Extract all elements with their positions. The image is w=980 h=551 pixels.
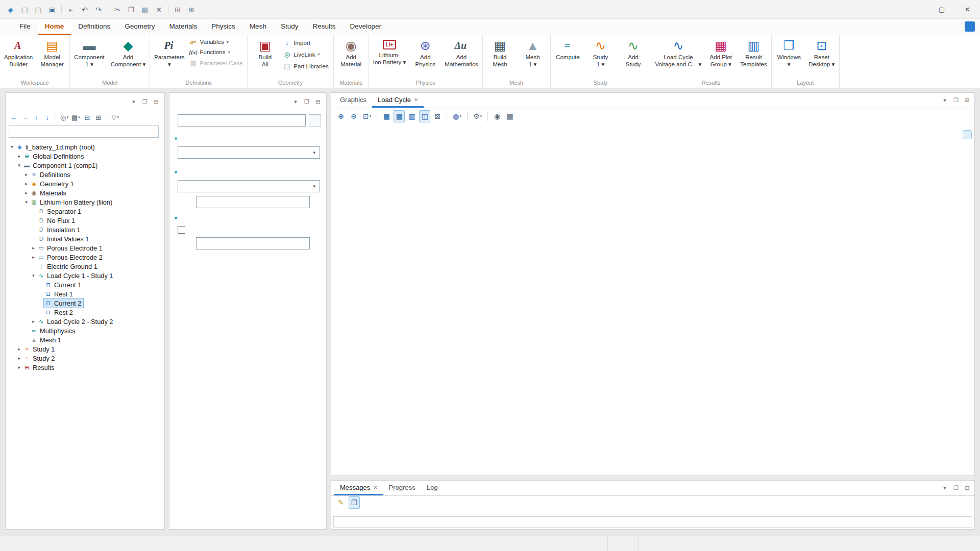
expand-arrow-icon[interactable]: ▸ — [23, 190, 30, 195]
undo-button[interactable]: ↶ — [78, 3, 91, 16]
collapse-arrow-icon[interactable]: ▾ — [9, 144, 15, 149]
tree-item-no-flux-1[interactable]: DNo Flux 1 — [6, 216, 164, 225]
transparency-button[interactable]: ◍▾ — [451, 110, 463, 122]
windows-button[interactable]: ❐Windows▾ — [773, 36, 805, 79]
tree-item-initial-values-1[interactable]: DInitial Values 1 — [6, 234, 164, 243]
graphics-tab-load-cycle[interactable]: Load Cycle✕ — [372, 93, 424, 108]
equation-section-header[interactable]: ▾ — [169, 132, 326, 143]
add-study-button[interactable]: ∿AddStudy — [618, 36, 649, 79]
add-physics-button[interactable]: ⊛AddPhysics — [409, 36, 441, 79]
move-up-button[interactable]: ↑ — [31, 112, 41, 123]
panel-menu-chevron-icon[interactable]: ▾ — [941, 484, 949, 492]
comsol-logo[interactable]: ◈ — [4, 3, 17, 16]
minimize-button[interactable]: – — [903, 0, 929, 19]
tree-settings-button[interactable]: ▤▾ — [70, 112, 81, 123]
table-options-button[interactable]: ⊞ — [171, 3, 184, 16]
menu-tab-mesh[interactable]: Mesh — [242, 19, 274, 35]
zoom-extents-button[interactable]: ⊡▾ — [361, 110, 373, 122]
tree-item-load-cycle-1-study-1[interactable]: ▾∿Load Cycle 1 - Study 1 — [6, 271, 164, 280]
show-axes-button[interactable]: ▥ — [406, 110, 418, 122]
close-tab-icon[interactable]: ✕ — [373, 485, 377, 490]
tree-item-global-definitions[interactable]: ▸⊕Global Definitions — [6, 152, 164, 161]
tree-item-porous-electrode-1[interactable]: ▸▭Porous Electrode 1 — [6, 243, 164, 253]
copy-log-button[interactable]: ❐ — [349, 496, 360, 509]
model-manager-button[interactable]: ▤ModelManager — [36, 36, 68, 79]
label-options-button[interactable] — [309, 114, 321, 127]
tree-item-current-2[interactable]: ⊓Current 2 — [6, 298, 164, 308]
result-templates-button[interactable]: ▥ResultTemplates — [738, 36, 769, 79]
equation-assumption-select[interactable]: ▾ — [178, 146, 320, 159]
tree-item-results[interactable]: ▸⊞Results — [6, 363, 164, 372]
zoom-out-button[interactable]: ⊖ — [348, 110, 359, 122]
tree-item-current-1[interactable]: ⊓Current 1 — [6, 280, 164, 289]
tree-item-insulation-1[interactable]: DInsulation 1 — [6, 225, 164, 234]
delete-button[interactable]: ✕ — [152, 3, 165, 16]
tree-item-multiphysics[interactable]: ∞Multiphysics — [6, 326, 164, 335]
tree-item-lithium-ion-battery-liion[interactable]: ▾▥Lithium-Ion Battery (liion) — [6, 197, 164, 207]
tree-item-electric-ground-1[interactable]: ⊥Electric Ground 1 — [6, 262, 164, 271]
expand-arrow-icon[interactable]: ▸ — [16, 356, 22, 361]
menu-tab-definitions[interactable]: Definitions — [71, 19, 117, 35]
panel-menu-chevron-icon[interactable]: ▾ — [130, 97, 138, 106]
add-material-button[interactable]: ◉AddMaterial — [335, 36, 367, 79]
filter-tree-button[interactable]: ▽▾ — [110, 112, 120, 123]
parameters-button[interactable]: PiParameters▾ — [152, 36, 187, 79]
component-1-button[interactable]: ▬Component1 ▾ — [71, 36, 107, 79]
messages-tab-log[interactable]: Log — [421, 481, 444, 495]
default-view-button[interactable]: ▦ — [381, 110, 392, 122]
elapsed-time-checkbox[interactable] — [178, 226, 185, 234]
livelink-button[interactable]: ◎LiveLink▾ — [282, 49, 331, 59]
zoom-in-button[interactable]: ⊕ — [335, 110, 347, 122]
open-file-button[interactable]: ▤ — [32, 3, 45, 16]
tree-item-component-1-comp1[interactable]: ▾▬Component 1 (comp1) — [6, 161, 164, 170]
lock-axes-button[interactable]: ⊠ — [432, 110, 443, 122]
show-hide-button[interactable]: ◎▾ — [59, 112, 69, 123]
tmax-input[interactable] — [196, 237, 310, 249]
panel-menu-chevron-icon[interactable]: ▾ — [291, 97, 300, 106]
iset-input[interactable] — [196, 196, 310, 208]
menu-tab-materials[interactable]: Materials — [162, 19, 205, 35]
functions-button[interactable]: f(x)Functions▾ — [188, 48, 246, 56]
forward-button[interactable]: → — [20, 112, 30, 123]
import-button[interactable]: ↓Import — [282, 38, 331, 47]
expand-arrow-icon[interactable]: ▸ — [16, 365, 22, 370]
load-cycle-voltage-button[interactable]: ∿Load CycleVoltage and C... ▾ — [653, 36, 704, 79]
menu-tab-results[interactable]: Results — [305, 19, 342, 35]
copy-button[interactable]: ❐ — [125, 3, 138, 16]
back-button[interactable]: ← — [9, 112, 19, 123]
menu-tab-home[interactable]: Home — [38, 19, 71, 35]
messages-tab-messages[interactable]: Messages✕ — [334, 481, 383, 495]
pin-panel-icon[interactable]: ⊟ — [963, 96, 971, 105]
collapse-arrow-icon[interactable]: ▾ — [30, 273, 37, 278]
tree-item-separator-1[interactable]: DSeparator 1 — [6, 207, 164, 216]
run-button[interactable]: ▸ — [64, 3, 78, 16]
expand-arrow-icon[interactable]: ▸ — [30, 319, 37, 324]
float-panel-icon[interactable]: ❐ — [952, 96, 960, 105]
expand-all-button[interactable]: ⊞ — [93, 112, 104, 123]
cut-button[interactable]: ✂ — [111, 3, 124, 16]
menu-tab-geometry[interactable]: Geometry — [117, 19, 162, 35]
graphics-tab-graphics[interactable]: Graphics — [334, 93, 372, 108]
lithium-ion-battery-button[interactable]: Li+Lithium-Ion Battery ▾ — [371, 36, 409, 79]
help-button[interactable] — [965, 21, 975, 32]
continuation-section-header[interactable]: ▾ — [169, 211, 326, 223]
part-libraries-button[interactable]: ▤Part Libraries — [282, 61, 331, 71]
show-grid-button[interactable]: ▤ — [394, 110, 405, 122]
graphics-canvas[interactable] — [331, 125, 974, 475]
collapse-arrow-icon[interactable]: ▾ — [16, 163, 22, 168]
add-plot-group-button[interactable]: ▦Add PlotGroup ▾ — [705, 36, 737, 79]
pin-panel-icon[interactable]: ⊟ — [963, 484, 971, 492]
application-builder-button[interactable]: AApplicationBuilder — [2, 36, 35, 79]
close-button[interactable]: ✕ — [954, 0, 980, 19]
build-all-button[interactable]: ▣BuildAll — [249, 36, 281, 79]
add-component-button[interactable]: ◆AddComponent ▾ — [108, 36, 148, 79]
expand-arrow-icon[interactable]: ▸ — [23, 172, 30, 177]
expand-arrow-icon[interactable]: ▸ — [23, 181, 30, 186]
float-panel-icon[interactable]: ❐ — [141, 97, 149, 106]
paste-button[interactable]: ▥ — [138, 3, 152, 16]
label-input[interactable] — [178, 114, 306, 127]
compute-button[interactable]: =Compute — [552, 36, 584, 79]
menu-tab-physics[interactable]: Physics — [204, 19, 242, 35]
plot-settings-button[interactable]: ⚙▾ — [471, 110, 484, 122]
save-button[interactable]: ▣ — [45, 3, 59, 16]
